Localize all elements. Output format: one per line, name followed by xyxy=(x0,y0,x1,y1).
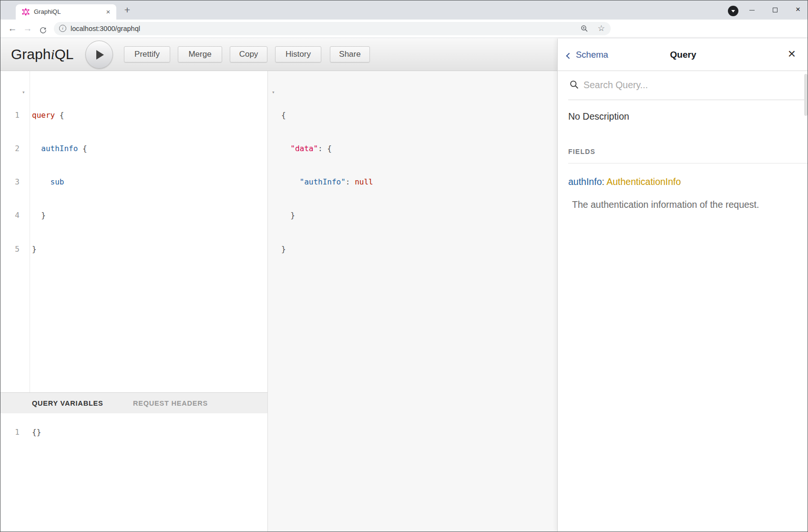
search-icon xyxy=(569,80,579,92)
tab-query-variables[interactable]: QUERY VARIABLES xyxy=(32,393,103,414)
graphql-favicon-icon xyxy=(22,8,30,16)
result-code: { "data": { "authInfo": null } } xyxy=(281,87,373,277)
code-line: query { xyxy=(32,110,87,121)
docs-panel: Schema Query × No Description FIELDS aut… xyxy=(557,39,808,532)
browser-update-icon[interactable] xyxy=(728,6,738,16)
gutter-divider xyxy=(30,71,30,392)
code-line: } xyxy=(32,210,87,221)
share-button[interactable]: Share xyxy=(330,46,370,62)
field-description: The authentication information of the re… xyxy=(572,199,759,210)
graphiql-page: GraphiQL Prettify Merge Copy History Sha… xyxy=(0,39,808,532)
forward-button[interactable]: → xyxy=(20,21,35,36)
code-line: "data": { xyxy=(281,143,373,154)
docs-search-input[interactable] xyxy=(583,77,774,93)
browser-window: GraphiQL × + × ← → i localhost:3000/grap… xyxy=(0,0,808,532)
minimize-icon xyxy=(749,10,755,10)
variables-line-number: 1 xyxy=(0,427,20,438)
field-name-link[interactable]: authInfo xyxy=(568,176,602,187)
result-fold-arrow-icon[interactable]: ▾ xyxy=(272,90,275,95)
result-pane: ▾ { "data": { "authInfo": null } } xyxy=(267,71,557,532)
tab-close-icon[interactable]: × xyxy=(104,8,113,16)
copy-button[interactable]: Copy xyxy=(230,46,267,62)
fields-divider xyxy=(568,163,808,164)
docs-scrollbar[interactable] xyxy=(804,74,808,116)
page-info-icon[interactable]: i xyxy=(59,25,66,32)
chevron-down-icon xyxy=(731,10,735,12)
graphiql-topbar: GraphiQL Prettify Merge Copy History Sha… xyxy=(0,39,557,71)
field-separator: : xyxy=(602,176,606,187)
variables-section: QUERY VARIABLES REQUEST HEADERS 1 {} xyxy=(0,392,267,532)
close-button[interactable]: × xyxy=(790,0,806,20)
line-numbers: 1 2 3 4 5 xyxy=(0,87,20,277)
bookmark-star-icon[interactable]: ☆ xyxy=(598,22,605,35)
tab-strip: GraphiQL × + × xyxy=(0,0,808,20)
code-line: } xyxy=(281,244,373,255)
docs-close-icon[interactable]: × xyxy=(782,39,802,69)
code-line: } xyxy=(32,244,87,255)
fields-section-header: FIELDS xyxy=(568,148,595,155)
maximize-icon xyxy=(773,8,777,12)
history-button[interactable]: History xyxy=(275,46,321,62)
reload-button[interactable] xyxy=(36,21,50,36)
query-editor[interactable]: 1 2 3 4 5 ▾ query { authInfo { sub } } xyxy=(0,71,267,392)
docs-title: Query xyxy=(558,39,808,71)
query-code[interactable]: query { authInfo { sub } } xyxy=(32,87,87,277)
code-line: { xyxy=(281,110,373,121)
new-tab-button[interactable]: + xyxy=(121,4,134,17)
url-text: localhost:3000/graphql xyxy=(71,22,140,35)
field-type-link[interactable]: AuthenticationInfo xyxy=(606,176,681,187)
type-description: No Description xyxy=(568,111,629,122)
back-button[interactable]: ← xyxy=(5,21,20,36)
play-icon xyxy=(96,50,104,60)
code-line: authInfo { xyxy=(32,143,87,154)
execute-query-button[interactable] xyxy=(85,41,113,69)
tab-request-headers[interactable]: REQUEST HEADERS xyxy=(133,393,208,414)
address-bar[interactable]: i localhost:3000/graphql ☆ xyxy=(54,22,611,35)
maximize-button[interactable] xyxy=(767,0,783,20)
browser-tab[interactable]: GraphiQL × xyxy=(16,4,116,20)
code-line: "authInfo": null xyxy=(281,176,373,187)
variables-tab-bar: QUERY VARIABLES REQUEST HEADERS xyxy=(0,392,267,413)
code-line: sub xyxy=(32,176,87,187)
graphiql-logo: GraphiQL xyxy=(11,39,73,70)
tab-title: GraphiQL xyxy=(34,4,61,20)
merge-button[interactable]: Merge xyxy=(178,46,222,62)
code-line: } xyxy=(281,210,373,221)
browser-toolbar: ← → i localhost:3000/graphql ☆ uO xyxy=(0,20,808,38)
reload-icon xyxy=(39,26,47,34)
variables-editor[interactable]: {} xyxy=(32,427,41,438)
docs-header: Schema Query × xyxy=(558,39,808,71)
minimize-button[interactable] xyxy=(744,0,760,20)
field-row: authInfo: AuthenticationInfo xyxy=(568,176,681,187)
zoom-page-icon[interactable] xyxy=(580,24,589,35)
fold-arrow-icon[interactable]: ▾ xyxy=(22,90,25,95)
search-divider xyxy=(568,100,808,100)
prettify-button[interactable]: Prettify xyxy=(124,46,170,62)
